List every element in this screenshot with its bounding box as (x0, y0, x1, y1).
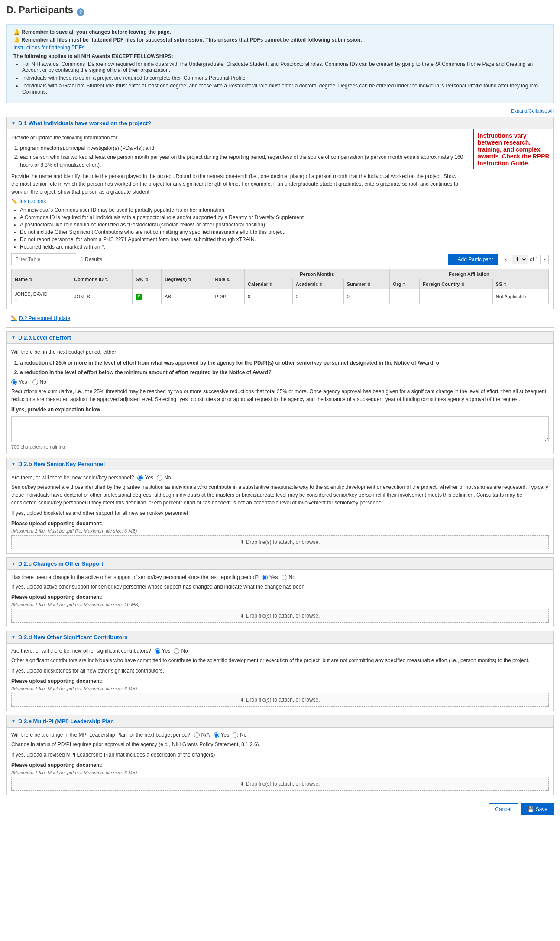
d2b-upload-btn-text: Drop file(s) to attach, or browse. (246, 539, 320, 545)
d2c-if-yes: If yes, upload active other support for … (11, 583, 549, 591)
save-button[interactable]: 💾 Save (521, 803, 554, 815)
d2a-yes-label[interactable]: Yes (11, 379, 27, 385)
d2e-no-radio[interactable] (233, 732, 238, 738)
d2d-if-yes: If yes, upload biosketches for all new o… (11, 667, 549, 675)
section-d2d-header[interactable]: ▼ D.2.d New Other Significant Contributo… (7, 631, 553, 644)
cancel-button[interactable]: Cancel (489, 803, 518, 815)
d2a-yes-text: Yes (19, 379, 27, 385)
th-foreign-country: Foreign Country ⇅ (419, 279, 492, 289)
d2a-body-text: Reductions are cumulative, i.e., the 25%… (11, 388, 549, 403)
section-d2e-arrow: ▼ (11, 719, 16, 724)
d2c-upload-hint: (Maximum 1 file. Must be .pdf file. Maxi… (11, 602, 549, 607)
pencil-icon: ✏️ (11, 198, 18, 204)
d2e-no-text: No (240, 732, 246, 738)
d2b-no-radio[interactable] (157, 475, 162, 481)
footer-buttons: Cancel 💾 Save (6, 799, 554, 820)
instr-bullet-2: A Commons ID is required for all individ… (20, 214, 464, 220)
d2c-yes-radio[interactable] (262, 575, 268, 580)
d2a-q1: a reduction of 25% or more in the level … (20, 359, 549, 367)
d2e-na-radio[interactable] (194, 732, 200, 738)
section-d2b-header[interactable]: ▼ D.2.b New Senior/Key Personnel (7, 458, 553, 470)
help-icon[interactable]: ? (77, 8, 84, 16)
th-acad-text: Academic (296, 281, 318, 287)
d2e-upload-box[interactable]: ⬇ Drop file(s) to attach, or browse. (11, 777, 549, 791)
th-ss-text: SS (496, 281, 502, 287)
section-d2d-content: Are there, or will there be, new other s… (7, 644, 553, 711)
d2a-question-list: a reduction of 25% or more in the level … (11, 359, 549, 376)
prev-page-btn[interactable]: ‹ (502, 255, 510, 264)
th-role-text: Role (215, 277, 226, 282)
d2e-yes-radio[interactable] (214, 732, 219, 738)
d2a-textarea[interactable] (11, 416, 549, 442)
pencil-icon-d2: ✏️ (11, 315, 17, 321)
td-name: JONES, DAVID ... (12, 289, 71, 304)
d2-personnel-update-link[interactable]: ✏️ D.2 Personnel Update (11, 315, 549, 321)
d2e-na-text: N/A (201, 732, 210, 738)
th-sk: S/K ⇅ (133, 269, 162, 289)
d2c-yes-label[interactable]: Yes (262, 574, 278, 580)
add-participant-button[interactable]: + Add Participant (448, 254, 498, 265)
d2c-question-row: Has there been a change in the active ot… (11, 574, 549, 580)
notice-box: 🔔 Remember to save all your changes befo… (6, 24, 554, 103)
th-sum-text: Summer (347, 281, 366, 287)
section-d2e-header[interactable]: ▼ D.2.e Multi-PI (MPI) Leadership Plan (7, 715, 553, 728)
d2c-no-text: No (289, 574, 295, 580)
d2a-yes-radio[interactable] (11, 379, 17, 385)
upload-icon-d2e: ⬇ (240, 781, 244, 787)
save-label: Save (536, 806, 547, 812)
notice-bullet-1: For NIH awards, Commons IDs are now requ… (22, 61, 547, 73)
d2e-na-label[interactable]: N/A (194, 732, 210, 738)
d2c-upload-section: Please upload supporting document: (Maxi… (11, 594, 549, 623)
d2d-upload-box[interactable]: ⬇ Drop file(s) to attach, or browse. (11, 693, 549, 707)
d2e-no-label[interactable]: No (233, 732, 246, 738)
d2b-yes-radio[interactable] (137, 475, 143, 481)
d2d-yes-label[interactable]: Yes (155, 648, 171, 654)
notice-bullet-3: Individuals with a Graduate Student role… (22, 83, 547, 95)
upload-icon-d2b: ⬇ (240, 539, 244, 545)
row-menu[interactable]: ... (15, 297, 68, 302)
d2a-char-remaining: 700 characters remaining (11, 444, 549, 449)
bell-icon-2: 🔔 (13, 37, 20, 43)
next-page-btn[interactable]: › (540, 255, 549, 264)
d1-intro-item-2: each person who has worked at least one … (20, 153, 464, 169)
notice-bullet-list: For NIH awards, Commons IDs are now requ… (13, 61, 547, 95)
th-foreign-affiliation: Foreign Affiliation (389, 269, 548, 279)
section-d2c-title: D.2.c Changes in Other Support (18, 560, 103, 567)
section-d1-header[interactable]: ▼ D.1 What individuals have worked on th… (7, 117, 553, 129)
d2d-no-radio[interactable] (174, 648, 179, 654)
flatten-pdfs-link[interactable]: Instructions for flattening PDFs (13, 45, 84, 51)
d2a-no-radio[interactable] (32, 379, 38, 385)
d2d-no-label[interactable]: No (174, 648, 188, 654)
page-select[interactable]: 1 (512, 255, 528, 264)
d2b-yes-label[interactable]: Yes (137, 475, 153, 481)
section-d2a-header[interactable]: ▼ D.2.a Level of Effort (7, 332, 553, 344)
d2b-body-text: Senior/key personnel are those identifie… (11, 483, 549, 507)
section-d2d-arrow: ▼ (11, 635, 16, 640)
d1-intro-list: program director(s)/principal investigat… (11, 144, 464, 169)
section-d2a: ▼ D.2.a Level of Effort Will there be, i… (6, 331, 554, 454)
d2a-radio-group: Yes No (11, 379, 549, 385)
th-person-months: Person Months (245, 269, 390, 279)
th-sk-text: S/K (136, 277, 143, 282)
d2e-yes-label[interactable]: Yes (214, 732, 230, 738)
section-d2c-header[interactable]: ▼ D.2.c Changes in Other Support (7, 558, 553, 570)
th-academic: Academic ⇅ (292, 279, 343, 289)
td-commons-id: JONES (71, 289, 133, 304)
d2c-no-radio[interactable] (282, 575, 287, 580)
d2d-yes-radio[interactable] (155, 648, 160, 654)
th-summer: Summer ⇅ (343, 279, 389, 289)
d2c-no-label[interactable]: No (282, 574, 295, 580)
expand-collapse-btn[interactable]: Expand/Collapse All (6, 108, 554, 113)
table-toolbar: 1 Results + Add Participant ‹ 1 of 1 › (11, 253, 549, 265)
d2a-no-label[interactable]: No (32, 379, 46, 385)
d1-intro-text: Provide or update the following informat… (11, 134, 464, 142)
th-name: Name ⇅ (12, 269, 71, 289)
d2c-upload-box[interactable]: ⬇ Drop file(s) to attach, or browse. (11, 609, 549, 623)
section-d2d: ▼ D.2.d New Other Significant Contributo… (6, 631, 554, 711)
filter-input[interactable] (11, 253, 76, 265)
instructions-toggle[interactable]: ✏️ Instructions (11, 198, 464, 204)
d2b-upload-box[interactable]: ⬇ Drop file(s) to attach, or browse. (11, 535, 549, 549)
d2e-question-row: Will there be a change in the MPI Leader… (11, 732, 549, 738)
d2b-no-label[interactable]: No (157, 475, 171, 481)
d2d-upload-btn-text: Drop file(s) to attach, or browse. (246, 697, 320, 703)
